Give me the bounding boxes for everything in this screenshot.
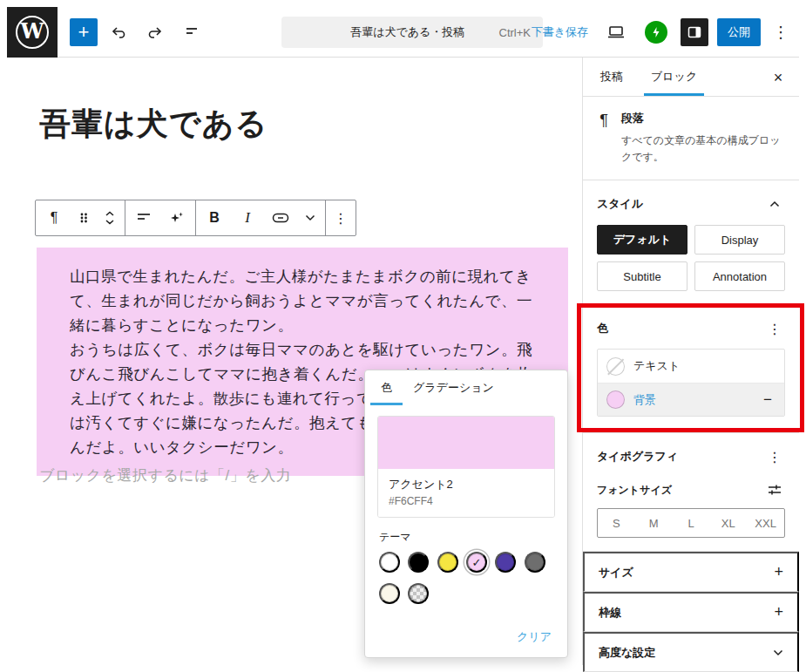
italic-icon: I <box>245 209 250 227</box>
font-size-segmented-control: S M L XL XXL <box>597 508 785 538</box>
custom-color-card[interactable]: アクセント2 #F6CFF4 <box>377 416 555 518</box>
kebab-icon: ⋮ <box>768 449 782 465</box>
wordpress-logo[interactable]: W <box>7 7 58 58</box>
tab-solid-color[interactable]: 色 <box>370 370 403 405</box>
paragraph-icon: ¶ <box>51 210 58 226</box>
close-sidebar-button[interactable]: × <box>764 64 792 92</box>
change-block-type-button[interactable]: ¶ <box>37 200 71 235</box>
text-color-row[interactable]: テキスト <box>598 350 784 383</box>
color-section: 色 ⋮ テキスト 背景 − <box>583 305 799 433</box>
font-size-l[interactable]: L <box>673 509 710 537</box>
block-inserter-button[interactable]: + <box>70 18 98 46</box>
link-button[interactable] <box>264 200 297 235</box>
tab-block[interactable]: ブロック <box>637 58 711 96</box>
block-mover[interactable] <box>97 200 123 235</box>
swatch-white[interactable] <box>379 552 400 573</box>
styles-title: スタイル <box>597 196 643 212</box>
font-size-m[interactable]: M <box>635 509 673 537</box>
swatch-yellow[interactable] <box>437 552 458 573</box>
plus-icon: + <box>774 603 783 621</box>
styles-header: スタイル <box>597 193 785 214</box>
wordpress-logo-icon: W <box>16 16 49 49</box>
toolbar-right-group: 下書き保存 公開 ⋮ <box>528 7 792 58</box>
paragraph-line: 緒に暮らすことになったワン。 <box>70 313 544 337</box>
background-color-label: 背景 <box>633 392 751 408</box>
selected-color-preview[interactable] <box>378 417 554 469</box>
swatch-accent2-selected[interactable]: ✓ <box>466 552 487 573</box>
block-toolbar-group-format <box>125 200 196 235</box>
remove-background-color-button[interactable]: − <box>760 390 776 411</box>
style-option-default[interactable]: デフォルト <box>597 225 687 255</box>
text-align-button[interactable] <box>127 200 160 235</box>
font-size-xl[interactable]: XL <box>709 509 747 537</box>
style-option-subtitle[interactable]: Subtitle <box>597 261 687 291</box>
no-color-icon <box>606 357 625 376</box>
redo-button[interactable] <box>139 17 171 48</box>
move-up-down-icon <box>104 210 116 226</box>
editor-top-bar: W + <box>7 7 799 58</box>
tab-gradient[interactable]: グラデーション <box>403 370 505 405</box>
undo-button[interactable] <box>103 17 134 48</box>
more-formats-button[interactable] <box>297 200 323 235</box>
close-icon: × <box>774 69 783 86</box>
italic-button[interactable]: I <box>231 200 264 235</box>
toolbar-left-group: + <box>70 17 207 48</box>
tab-post[interactable]: 投稿 <box>586 58 637 96</box>
font-size-xxl[interactable]: XXL <box>747 509 784 537</box>
swatch-cream[interactable] <box>379 583 400 604</box>
block-options-button[interactable]: ⋮ <box>328 200 354 235</box>
background-color-swatch-icon <box>606 390 625 409</box>
kebab-icon: ⋮ <box>334 210 348 227</box>
background-color-row[interactable]: 背景 − <box>598 383 784 416</box>
block-name: 段落 <box>621 111 785 126</box>
swatch-black[interactable] <box>408 552 429 573</box>
paragraph-icon: ¶ <box>597 111 611 166</box>
chevron-down-icon <box>773 649 783 656</box>
bold-icon: B <box>209 210 220 226</box>
paragraph-line: 山口県で生まれたんだ。ご主人様がたまたまボクの前に現れてき <box>70 264 544 288</box>
color-options-button[interactable]: ⋮ <box>764 318 785 339</box>
typography-title: タイポグラフィ <box>597 449 678 465</box>
font-size-settings-button[interactable] <box>764 479 785 500</box>
border-section-toggle[interactable]: 枠線 + <box>583 592 799 632</box>
jetpack-icon <box>645 21 667 44</box>
swatch-transparent-pattern[interactable] <box>408 583 429 604</box>
jetpack-button[interactable] <box>640 17 672 48</box>
font-size-s[interactable]: S <box>598 509 635 537</box>
paragraph-line: おうちは広くて、ボクは毎日ママのあとを駆けていったワン。飛 <box>70 337 544 362</box>
options-menu-button[interactable]: ⋮ <box>769 18 792 46</box>
laptop-icon <box>606 24 626 41</box>
typography-section: タイポグラフィ ⋮ フォントサイズ S M L XL <box>583 433 799 552</box>
post-title[interactable]: 吾輩は犬である <box>39 103 268 146</box>
swatch-purple[interactable] <box>495 552 516 573</box>
advanced-section-toggle[interactable]: 高度な設定 <box>583 632 799 672</box>
redo-icon <box>146 24 164 41</box>
ai-assistant-button[interactable] <box>160 200 193 235</box>
check-icon: ✓ <box>472 556 482 569</box>
size-section-toggle[interactable]: サイズ + <box>583 552 799 592</box>
collapse-styles-button[interactable] <box>764 193 785 214</box>
publish-button[interactable]: 公開 <box>717 18 761 46</box>
swatch-gray[interactable] <box>525 552 545 573</box>
drag-handle[interactable] <box>71 200 97 235</box>
list-view-icon <box>183 24 200 41</box>
settings-sidebar-toggle[interactable] <box>681 18 708 46</box>
color-panel: テキスト 背景 − <box>597 349 785 417</box>
style-option-display[interactable]: Display <box>694 225 785 255</box>
block-info-text: 段落 すべての文章の基本の構成ブロックです。 <box>621 111 785 166</box>
block-appender-placeholder[interactable]: ブロックを選択するには「/」を入力 <box>39 465 291 485</box>
preview-button[interactable] <box>600 17 632 48</box>
bold-button[interactable]: B <box>198 200 231 235</box>
selected-color-name: アクセント2 <box>389 477 544 492</box>
command-palette[interactable]: 吾輩は犬である・投稿 Ctrl+K <box>281 17 543 48</box>
theme-palette-label: テーマ <box>379 530 553 545</box>
border-title: 枠線 <box>599 605 621 621</box>
typography-options-button[interactable]: ⋮ <box>764 446 785 467</box>
clear-color-button[interactable]: クリア <box>517 629 552 645</box>
color-popover-tabs: 色 グラデーション <box>365 370 567 405</box>
style-option-annotation[interactable]: Annotation <box>694 261 785 291</box>
document-overview-button[interactable] <box>176 17 207 48</box>
block-description: すべての文章の基本の構成ブロックです。 <box>621 132 785 166</box>
save-draft-button[interactable]: 下書き保存 <box>528 19 592 45</box>
sidebar-tabs: 投稿 ブロック × <box>583 58 799 97</box>
